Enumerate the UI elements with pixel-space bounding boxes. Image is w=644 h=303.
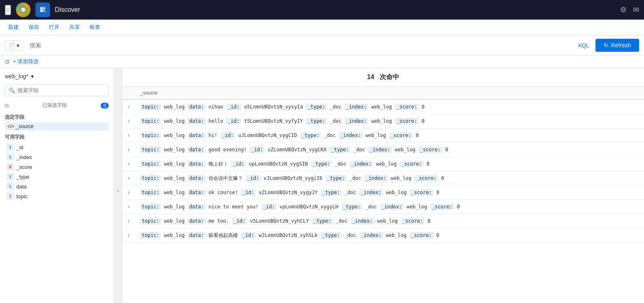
field-name-score: _score xyxy=(16,164,32,170)
main-layout: web_log* ▾ 🔍 ⊙ 已筛选字段 0 选定字段 </> _source … xyxy=(0,68,644,303)
row-source-cell: topic: web_log data: ok course! _id: vZL… xyxy=(135,186,644,200)
source-field-name: _source xyxy=(16,124,33,129)
field-topic[interactable]: t topic xyxy=(5,191,109,201)
filtered-fields-icon: ⊙ xyxy=(5,103,9,108)
field-name-index: _index xyxy=(16,154,32,160)
filter-bar: ⊙ + 添加筛选 xyxy=(0,55,644,68)
row-source-cell: topic: web_log data: nice to meet you! _… xyxy=(135,200,644,214)
results-header: 14 次命中 xyxy=(122,68,644,87)
new-button[interactable]: 新建 xyxy=(7,23,20,32)
field-score[interactable]: # _score xyxy=(5,162,109,172)
row-expand-button[interactable]: › xyxy=(127,132,130,139)
expand-column-header xyxy=(122,87,135,100)
field-name-type: _type xyxy=(16,174,29,180)
field-type-badge-score: # xyxy=(7,163,14,170)
row-source-cell: topic: web_log data: 眼看他起高楼 _id: wJLomnU… xyxy=(135,228,644,243)
results-count: 14 xyxy=(367,73,374,80)
row-expand-button[interactable]: › xyxy=(127,160,130,168)
filtered-fields-label: 已筛选字段 xyxy=(42,102,67,109)
row-source-cell: topic: web_log data: hello _id: t5LomnUB… xyxy=(135,114,644,128)
selected-field-source: </> _source xyxy=(5,122,109,130)
index-pattern-selector[interactable]: web_log* ▾ xyxy=(5,73,109,80)
field-data[interactable]: t data xyxy=(5,181,109,191)
refresh-icon: ↻ xyxy=(604,42,609,49)
collapse-icon: ‹ xyxy=(117,188,119,194)
available-fields-label: 可用字段 xyxy=(5,134,109,141)
field-name-data: data xyxy=(16,184,26,190)
field-type-badge-id: t xyxy=(7,144,14,151)
row-expand-button[interactable]: › xyxy=(127,203,130,210)
refresh-button[interactable]: ↻ Refresh xyxy=(596,39,639,52)
search-bar: 📄 ▾ KQL ↻ Refresh xyxy=(0,35,644,55)
field-name-id: _id xyxy=(16,144,23,150)
inspect-button[interactable]: 检查 xyxy=(88,23,102,32)
field-index[interactable]: t _index xyxy=(5,152,109,162)
source-icon: </> xyxy=(7,124,14,129)
search-field-icon: 🔍 xyxy=(9,87,15,93)
index-pattern-label: web_log* xyxy=(5,73,29,80)
table-row: ›topic: web_log data: 你会说中文嘛？ _id: vJLom… xyxy=(122,171,644,186)
field-id[interactable]: t _id xyxy=(5,142,109,152)
source-column-header: _source xyxy=(135,87,644,100)
table-row: ›topic: web_log data: 眼看他起高楼 _id: wJLomn… xyxy=(122,228,644,243)
row-source-cell: topic: web_log data: hi! _id: uJLomnUBQv… xyxy=(135,128,644,143)
table-row: ›topic: web_log data: ok course! _id: vZ… xyxy=(122,186,644,200)
filtered-fields-badge: 0 xyxy=(101,103,109,108)
table-row: ›topic: web_log data: hello _id: t5LomnU… xyxy=(122,114,644,128)
app-title: Discover xyxy=(55,6,615,13)
row-source-cell: topic: web_log data: 你会说中文嘛？ _id: vJLomn… xyxy=(135,171,644,186)
row-expand-button[interactable]: › xyxy=(127,117,130,125)
results-table-container: _source ›topic: web_log data: nihao _id:… xyxy=(122,87,644,303)
row-source-cell: topic: web_log data: good evening! _id: … xyxy=(135,143,644,157)
row-source-cell: topic: web_log data: me too. _id: v5Lomn… xyxy=(135,214,644,228)
top-nav-bar: ≡ 默 Discover ⚙ ✉ xyxy=(0,0,644,20)
content-area: 14 次命中 _source ›topic: web_log data: nih… xyxy=(122,68,644,303)
field-type-badge-data: t xyxy=(7,183,14,190)
table-row: ›topic: web_log data: nihao _id: o5LnmnU… xyxy=(122,100,644,114)
row-expand-button[interactable]: › xyxy=(127,175,130,182)
open-button[interactable]: 打开 xyxy=(47,23,61,32)
document-icon: 📄 xyxy=(9,42,15,49)
search-field-input[interactable] xyxy=(18,87,105,93)
share-button[interactable]: 共享 xyxy=(68,23,81,32)
field-type-badge-type: t xyxy=(7,173,14,180)
field-type-badge-topic: t xyxy=(7,192,14,200)
svg-point-0 xyxy=(21,8,25,12)
row-expand-button[interactable]: › xyxy=(127,146,130,153)
add-filter-button[interactable]: + 添加筛选 xyxy=(13,58,39,65)
index-selector[interactable]: 📄 ▾ xyxy=(5,40,23,51)
index-pattern-chevron: ▾ xyxy=(31,73,34,80)
selected-fields-label: 选定字段 xyxy=(5,114,109,121)
field-type-badge-index: t xyxy=(7,153,14,161)
results-table: _source ›topic: web_log data: nihao _id:… xyxy=(122,87,644,243)
top-right-icons: ⚙ ✉ xyxy=(620,5,639,14)
table-row: ›topic: web_log data: 晚上好！ _id: upLomnUB… xyxy=(122,157,644,171)
row-expand-button[interactable]: › xyxy=(127,217,130,225)
search-input[interactable] xyxy=(26,40,572,50)
filtered-fields-section-header: ⊙ 已筛选字段 0 xyxy=(5,100,109,111)
kql-button[interactable]: KQL xyxy=(575,41,592,50)
row-expand-button[interactable]: › xyxy=(127,103,130,111)
filter-icon: ⊙ xyxy=(5,58,10,65)
app-icon: 默 xyxy=(35,2,50,17)
mail-icon[interactable]: ✉ xyxy=(633,5,639,14)
row-expand-button[interactable]: › xyxy=(127,232,130,239)
elastic-logo xyxy=(16,2,31,17)
table-row: ›topic: web_log data: nice to meet you! … xyxy=(122,200,644,214)
index-selector-chevron: ▾ xyxy=(17,42,20,49)
hamburger-menu[interactable]: ≡ xyxy=(5,5,11,15)
save-button[interactable]: 保存 xyxy=(27,23,41,32)
settings-icon[interactable]: ⚙ xyxy=(620,5,626,14)
field-type[interactable]: t _type xyxy=(5,172,109,181)
search-field-wrapper: 🔍 xyxy=(5,84,109,96)
row-source-cell: topic: web_log data: nihao _id: o5LnmnUB… xyxy=(135,100,644,114)
results-unit: 次命中 xyxy=(380,73,399,80)
sidebar-collapse-handle[interactable]: ‹ xyxy=(114,68,122,303)
table-row: ›topic: web_log data: hi! _id: uJLomnUBQ… xyxy=(122,128,644,143)
row-expand-button[interactable]: › xyxy=(127,189,130,196)
toolbar: 新建 保存 打开 共享 检查 xyxy=(0,20,644,35)
table-row: ›topic: web_log data: good evening! _id:… xyxy=(122,143,644,157)
field-name-topic: topic xyxy=(16,193,27,199)
row-source-cell: topic: web_log data: 晚上好！ _id: upLomnUBQ… xyxy=(135,157,644,171)
table-row: ›topic: web_log data: me too. _id: v5Lom… xyxy=(122,214,644,228)
